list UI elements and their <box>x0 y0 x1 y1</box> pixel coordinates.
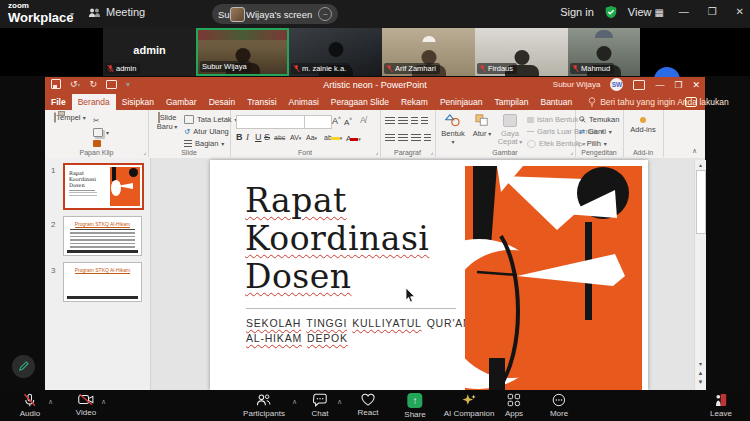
collapse-ribbon-icon[interactable]: ∧ <box>692 147 697 155</box>
participant-tile-subur-wijaya[interactable]: Subur Wijaya <box>196 28 289 76</box>
char-spacing-button[interactable]: AV▾ <box>290 134 301 141</box>
underline-button[interactable]: U <box>255 132 262 142</box>
avatar[interactable]: SW <box>610 78 623 91</box>
leave-button[interactable]: Leave <box>710 393 732 418</box>
arrange-button[interactable]: Atur ▾ <box>469 114 495 138</box>
align-center-icon[interactable] <box>398 134 408 142</box>
slide-thumbnail-1[interactable]: RapatKoordinasiDosen <box>63 163 144 210</box>
align-left-icon[interactable] <box>385 134 395 142</box>
grow-font-button[interactable]: A˄ <box>332 115 341 126</box>
account-name[interactable]: Subur Wijaya <box>553 80 601 89</box>
tab-peragaan-slide[interactable]: Peragaan Slide <box>325 94 395 110</box>
participant-tile-m-zainie[interactable]: m. zainie k.a. <box>289 28 382 76</box>
video-options-chevron[interactable]: ∧ <box>101 398 106 406</box>
align-right-icon[interactable] <box>411 134 421 142</box>
tab-sisipkan[interactable]: Sisipkan <box>116 94 160 110</box>
share-button[interactable]: ↑ Share <box>404 393 425 419</box>
tab-desain[interactable]: Desain <box>203 94 241 110</box>
security-shield-icon[interactable] <box>604 5 618 19</box>
bold-button[interactable]: B <box>236 132 243 142</box>
new-slide-button[interactable]: Slide Baru ▾ <box>152 114 182 131</box>
indent-decrease-icon[interactable] <box>411 117 418 125</box>
slide-thumbnail-2[interactable]: Program STKQ Al-Hikam <box>63 216 142 256</box>
tab-transisi[interactable]: Transisi <box>241 94 282 110</box>
previous-slide-icon[interactable]: ▲ <box>695 370 706 376</box>
numbering-icon[interactable] <box>398 117 408 125</box>
tab-animasi[interactable]: Animasi <box>283 94 325 110</box>
participants-options-chevron[interactable]: ∧ <box>292 398 297 406</box>
audio-button[interactable]: Audio <box>20 393 40 418</box>
tab-tampilan[interactable]: Tampilan <box>488 94 534 110</box>
chevron-down-icon[interactable]: ▾ <box>70 10 74 19</box>
font-size-box[interactable] <box>304 115 332 129</box>
font-name-box[interactable] <box>236 115 306 129</box>
strikethrough-button[interactable]: S <box>264 132 270 142</box>
chat-options-chevron[interactable]: ∧ <box>337 398 342 406</box>
react-button[interactable]: React <box>358 393 379 417</box>
tab-bantuan[interactable]: Bantuan <box>534 94 578 110</box>
bullets-icon[interactable] <box>385 117 395 125</box>
font-color-button[interactable]: A▾ <box>346 134 361 143</box>
highlight-button[interactable]: ab▾ <box>324 134 342 141</box>
slide-thumbnail-3[interactable]: Program STKQ Al-Hikam <box>63 262 142 302</box>
scroll-up-icon[interactable]: ▴ <box>695 160 706 168</box>
minimize-icon[interactable]: — <box>679 6 689 17</box>
change-case-button[interactable]: Aa▾ <box>306 134 317 141</box>
chat-button[interactable]: Chat <box>312 393 329 418</box>
participant-tile-arif-zamhari[interactable]: Arif Zamhari <box>382 28 475 76</box>
vertical-scrollbar[interactable]: ▴ ▾ ▲ ▼ <box>694 160 706 390</box>
annotation-button[interactable] <box>12 355 35 378</box>
ppt-restore-icon[interactable]: ❐ <box>674 80 682 90</box>
reset-button[interactable]: ↺ Atur Ulang <box>184 127 229 136</box>
addins-button[interactable]: Add-ins <box>626 117 660 134</box>
next-slide-icon[interactable]: ▼ <box>695 379 706 385</box>
shrink-font-button[interactable]: A˅ <box>344 116 352 127</box>
find-button[interactable]: Temukan <box>579 115 619 124</box>
shared-screen-pill[interactable]: Subur Wijaya's screen – <box>212 4 338 24</box>
scroll-down-icon[interactable]: ▾ <box>695 360 706 367</box>
share-options-icon[interactable]: – <box>318 7 332 21</box>
slide-title[interactable]: Rapat Koordinasi Dosen <box>245 182 429 296</box>
audio-options-chevron[interactable]: ∧ <box>48 398 53 406</box>
participant-tile-firdaus[interactable]: Firdaus <box>475 28 568 76</box>
ppt-close-icon[interactable]: ✕ <box>692 80 700 90</box>
ribbon-display-options-icon[interactable] <box>633 80 645 90</box>
tab-peninjauan[interactable]: Peninjauan <box>434 94 489 110</box>
cut-button[interactable]: ✂ <box>93 116 99 125</box>
tab-file[interactable]: File <box>45 94 72 110</box>
slide-subtitle[interactable]: SEKOLAHTINGGIKULLIYATULQUR'AN AL-HIKAMDE… <box>246 316 476 346</box>
view-button[interactable]: View ▦ <box>628 6 664 18</box>
comments-icon[interactable] <box>685 97 697 107</box>
participant-tile-mahmud[interactable]: Mahmud <box>568 28 640 76</box>
tab-rekam[interactable]: Rekam <box>395 94 434 110</box>
indent-increase-icon[interactable] <box>421 117 428 125</box>
tab-beranda[interactable]: Beranda <box>72 94 116 110</box>
close-icon[interactable]: ✕ <box>736 6 744 17</box>
strike-abc-button[interactable]: abc <box>274 134 285 141</box>
ppt-minimize-icon[interactable]: — <box>655 80 664 90</box>
sign-in-button[interactable]: Sign in <box>560 6 594 18</box>
participants-button[interactable]: Participants <box>243 393 285 418</box>
clear-format-button[interactable]: A̸ <box>360 115 366 125</box>
tab-gambar[interactable]: Gambar <box>160 94 203 110</box>
paste-button[interactable]: Tempel ▾ <box>53 114 87 123</box>
italic-button[interactable]: I <box>246 132 249 142</box>
copy-button[interactable]: ▾ <box>93 128 109 137</box>
video-button[interactable]: Video <box>76 393 96 417</box>
tell-me-box[interactable]: Beri tahu yang ingin Anda lakukan <box>588 94 729 110</box>
section-button[interactable]: Bagian▾ <box>184 139 224 148</box>
apps-button[interactable]: Apps <box>505 393 523 418</box>
select-button[interactable]: ▷ Pilih▾ <box>579 139 607 148</box>
shapes-button[interactable]: Bentuk ▾ <box>439 114 467 147</box>
participant-tile-admin[interactable]: admin admin <box>103 28 196 76</box>
quick-styles-button[interactable]: Gaya Cepat ▾ <box>497 114 523 147</box>
ai-companion-button[interactable]: AI Companion <box>444 393 495 418</box>
restore-icon[interactable]: ❐ <box>708 6 717 17</box>
scrollbar-thumb[interactable] <box>696 170 706 234</box>
slide-canvas[interactable]: Rapat Koordinasi Dosen SEKOLAHTINGGIKULL… <box>210 160 648 390</box>
more-button[interactable]: More <box>550 393 568 418</box>
meeting-tab[interactable]: Meeting <box>88 6 145 18</box>
replace-button[interactable]: ⇄ Ganti▾ <box>579 127 612 136</box>
justify-icon[interactable] <box>424 134 431 142</box>
format-painter-button[interactable] <box>93 140 101 147</box>
